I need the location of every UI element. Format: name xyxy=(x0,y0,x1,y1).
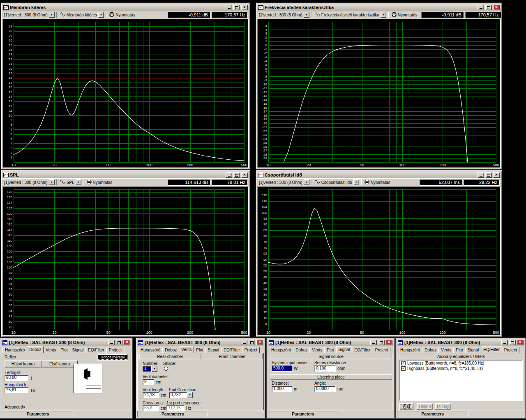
titlebar[interactable]: Csoportfutási idő × xyxy=(257,172,501,178)
tab-vents[interactable]: Vents xyxy=(43,347,58,353)
add-button[interactable]: Add xyxy=(399,403,413,410)
tab-eq-filter[interactable]: EQ/Filter xyxy=(481,346,502,353)
minimize-button[interactable] xyxy=(108,340,115,345)
maximize-button[interactable] xyxy=(116,340,122,345)
tab-project[interactable]: Project xyxy=(106,347,124,353)
driver-select[interactable]: [1]vented : 300 (8 Ohm) ▼ xyxy=(3,179,55,186)
plot-type-select[interactable]: Frekvecia átviteli karakterisztika ▼ xyxy=(314,11,386,18)
minimize-button[interactable] xyxy=(226,5,232,10)
end-correction-select[interactable]: 0,732 ▼ xyxy=(169,392,193,398)
maximize-button[interactable] xyxy=(233,5,240,10)
close-button[interactable]: × xyxy=(386,340,392,345)
chevron-down-icon[interactable]: ▼ xyxy=(49,179,55,185)
rear-chamber-button[interactable]: Hátsó kamra xyxy=(5,360,42,367)
plot-canvas[interactable]: 543210-1-2-3-4-5-6-7-8-9-10-11-12-13-14-… xyxy=(257,19,501,168)
tab-doboz[interactable]: Doboz xyxy=(162,347,179,353)
tab-vents[interactable]: Vents xyxy=(309,347,325,353)
filter-list-item[interactable]: Highpass (Butterworth, n=8, fc=21,40 Hz) xyxy=(400,366,522,371)
volume-input[interactable]: 93,00 xyxy=(5,375,28,381)
tab-vents[interactable]: Vents xyxy=(438,347,454,353)
tab-eq-filter[interactable]: EQ/Filter xyxy=(85,347,106,353)
tuning-frequency-input[interactable]: 25,81 xyxy=(5,387,28,393)
checkbox-checked-icon[interactable] xyxy=(401,366,406,371)
print-button[interactable]: Nyomtatás xyxy=(108,11,136,18)
close-button[interactable]: × xyxy=(493,5,500,10)
plot-canvas[interactable]: 2928272625242322212019181716151413121110… xyxy=(2,19,249,168)
checkbox-checked-icon[interactable] xyxy=(401,361,406,365)
plot-type-select[interactable]: SPL ▼ xyxy=(59,179,81,186)
front-chamber-header[interactable]: Front chamber xyxy=(202,354,263,359)
tab-plot[interactable]: Plot xyxy=(58,347,70,353)
tab-doboz[interactable]: Doboz xyxy=(27,346,44,353)
tab-project[interactable]: Project xyxy=(242,347,260,353)
plot-canvas[interactable]: 1281261241221201181161141121101081061041… xyxy=(2,186,249,335)
chevron-down-icon[interactable]: ▼ xyxy=(304,12,309,18)
filter-list-item[interactable]: Lowpass (Butterworth, n=8, fc=185,00 Hz) xyxy=(400,360,522,366)
titlebar[interactable]: [1]Reflex : SAL BEAST 300 (8 Ohm) × xyxy=(2,339,131,346)
tab-vents[interactable]: Vents xyxy=(179,346,194,353)
distance-input[interactable]: 1,000 xyxy=(272,386,292,392)
titlebar[interactable]: [1]Reflex : SAL BEAST 300 (8 Ohm) × xyxy=(397,339,524,346)
tab-signal[interactable]: Signal xyxy=(465,347,482,353)
chevron-down-icon[interactable]: ▼ xyxy=(152,366,157,372)
close-button[interactable]: × xyxy=(124,340,130,345)
titlebar[interactable]: SPL × xyxy=(2,172,249,178)
tab-eq-filter[interactable]: EQ/Filter xyxy=(352,347,373,353)
tab-signal[interactable]: Signal xyxy=(70,347,86,353)
driver-select[interactable]: [1]vented : 300 (8 Ohm) ▼ xyxy=(258,11,309,18)
front-chamber-button[interactable]: Első kamra xyxy=(42,360,78,367)
driver-select[interactable]: [1]vented : 300 (8 Ohm) ▼ xyxy=(3,11,55,18)
tab-hangszoro[interactable]: Hangszóró xyxy=(269,347,293,353)
close-button[interactable]: × xyxy=(241,5,248,10)
minimize-button[interactable] xyxy=(478,5,484,10)
close-button[interactable]: × xyxy=(493,172,500,178)
rear-chamber-header[interactable]: Rear chamber xyxy=(139,354,201,359)
tab-signal[interactable]: Signal xyxy=(205,347,222,353)
tab-project[interactable]: Project xyxy=(502,347,519,353)
titlebar[interactable]: [1]Reflex : SAL BEAST 300 (8 Ohm) × xyxy=(137,339,264,346)
maximize-button[interactable] xyxy=(509,340,516,345)
maximize-button[interactable] xyxy=(378,340,385,345)
plot-type-select[interactable]: Membrán kitérés ▼ xyxy=(59,11,104,18)
print-button[interactable]: Nyomtatás xyxy=(363,179,392,186)
tab-hangszoro[interactable]: Hangszóró xyxy=(2,347,27,353)
advanced-button[interactable]: Advanced> xyxy=(5,405,25,409)
print-button[interactable]: Nyomtatás xyxy=(85,179,114,186)
tab-eq-filter[interactable]: EQ/Filter xyxy=(221,347,242,353)
modify-button[interactable]: Modify xyxy=(435,403,451,410)
close-button[interactable]: × xyxy=(241,172,248,178)
tab-plot[interactable]: Plot xyxy=(324,347,336,353)
minimize-button[interactable] xyxy=(370,340,377,345)
tab-signal[interactable]: Signal xyxy=(336,346,353,353)
titlebar[interactable]: [1]Reflex : SAL BEAST 300 (8 Ohm) × xyxy=(268,339,393,346)
tab-hangszoro[interactable]: Hangszóró xyxy=(138,347,163,353)
chevron-down-icon[interactable]: ▼ xyxy=(98,12,104,18)
chevron-down-icon[interactable]: ▼ xyxy=(381,12,386,18)
vent-number-select[interactable]: 1 ▼ xyxy=(143,366,157,372)
tab-plot[interactable]: Plot xyxy=(194,347,205,353)
chevron-down-icon[interactable]: ▼ xyxy=(49,12,55,18)
tab-hangszoro[interactable]: Hangszóró xyxy=(398,347,422,353)
chevron-down-icon[interactable]: ▼ xyxy=(304,179,309,185)
input-power-input[interactable]: 500,0 xyxy=(272,365,292,372)
minimize-button[interactable] xyxy=(501,340,508,345)
chevron-down-icon[interactable]: ▼ xyxy=(353,179,359,185)
chevron-down-icon[interactable]: ▼ xyxy=(187,392,193,398)
delete-button[interactable]: Delete xyxy=(417,403,433,410)
circle-shape-icon[interactable] xyxy=(164,367,168,371)
minimize-button[interactable] xyxy=(241,340,247,345)
vent-diameter-input[interactable]: 9 xyxy=(143,379,154,385)
angle-input[interactable]: 0,0000 xyxy=(314,386,336,392)
minimize-button[interactable] xyxy=(478,172,484,178)
driver-select[interactable]: [1]vented : 300 (8 Ohm) ▼ xyxy=(258,179,309,186)
plot-canvas[interactable]: 1151101051009590858075706560555045403530… xyxy=(257,186,501,335)
tab-doboz[interactable]: Doboz xyxy=(293,347,310,353)
series-resistance-input[interactable]: 0,100 xyxy=(314,365,336,372)
tab-doboz[interactable]: Doboz xyxy=(422,347,439,353)
tab-project[interactable]: Project xyxy=(373,347,390,353)
tab-plot[interactable]: Plot xyxy=(453,347,465,353)
close-button[interactable]: × xyxy=(517,340,524,345)
box-dimensions-button[interactable]: Doboz méretei xyxy=(97,354,128,360)
chevron-down-icon[interactable]: ▼ xyxy=(76,179,81,185)
titlebar[interactable]: Membrán kitérés × xyxy=(2,4,249,11)
